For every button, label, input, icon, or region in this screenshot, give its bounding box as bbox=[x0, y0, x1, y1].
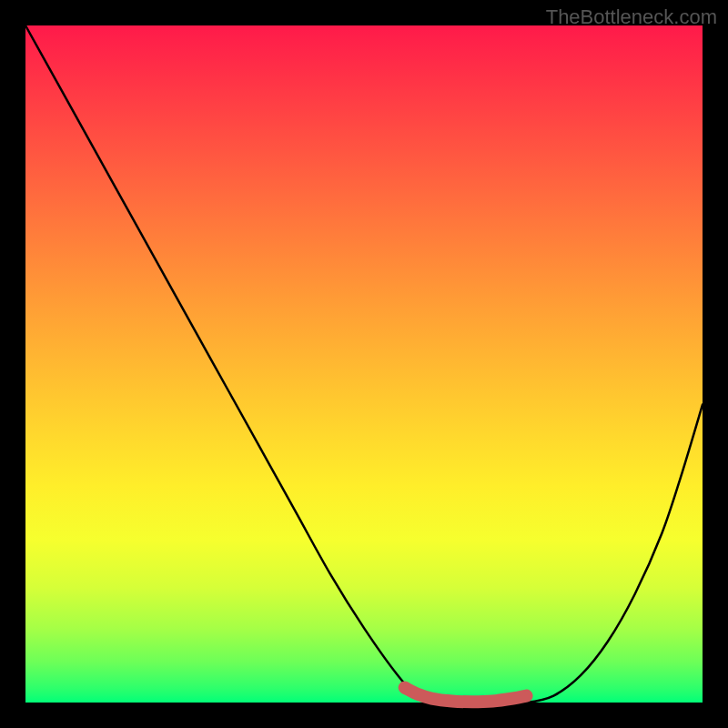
highlight-segment-path bbox=[405, 688, 527, 703]
plot-area bbox=[25, 25, 703, 703]
watermark-text: TheBottleneck.com bbox=[546, 5, 717, 29]
main-curve-path bbox=[25, 25, 703, 703]
chart-svg bbox=[25, 25, 703, 703]
